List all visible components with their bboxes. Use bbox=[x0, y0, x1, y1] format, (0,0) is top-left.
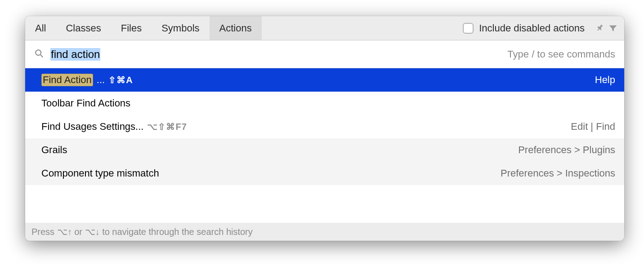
results-list: Find Action... ⇧⌘A Help Toolbar Find Act… bbox=[25, 68, 624, 223]
tab-symbols[interactable]: Symbols bbox=[152, 16, 209, 40]
tabs-bar: All Classes Files Symbols Actions Includ… bbox=[25, 16, 624, 40]
pin-icon[interactable] bbox=[592, 16, 608, 40]
tab-files[interactable]: Files bbox=[111, 16, 152, 40]
include-disabled-checkbox[interactable]: Include disabled actions bbox=[456, 16, 592, 40]
result-shortcut: ⇧⌘A bbox=[108, 75, 133, 85]
result-row[interactable]: Find Action... ⇧⌘A Help bbox=[25, 68, 624, 92]
result-location: Help bbox=[595, 74, 615, 86]
result-row[interactable]: Component type mismatch Preferences > In… bbox=[25, 162, 624, 185]
tab-actions[interactable]: Actions bbox=[210, 16, 262, 40]
result-row[interactable]: Find Usages Settings... ⌥⇧⌘F7 Edit | Fin… bbox=[25, 115, 624, 138]
result-location: Preferences > Plugins bbox=[518, 144, 615, 156]
result-match: Find Action bbox=[41, 74, 93, 86]
checkbox-icon bbox=[463, 23, 474, 34]
result-label: Grails bbox=[41, 144, 67, 156]
result-label: Component type mismatch bbox=[41, 168, 159, 179]
svg-point-0 bbox=[36, 50, 41, 55]
result-row[interactable]: Toolbar Find Actions bbox=[25, 92, 624, 115]
search-everywhere-popup: All Classes Files Symbols Actions Includ… bbox=[25, 16, 624, 241]
search-hint: Type / to see commands bbox=[507, 49, 615, 60]
result-label: Toolbar Find Actions bbox=[41, 97, 130, 109]
svg-line-1 bbox=[40, 55, 43, 57]
search-icon bbox=[34, 49, 44, 60]
result-location: Edit | Find bbox=[571, 121, 615, 132]
tab-all[interactable]: All bbox=[25, 16, 56, 40]
result-location: Preferences > Inspections bbox=[501, 168, 615, 179]
filter-icon[interactable] bbox=[608, 16, 624, 40]
footer-hint: Press ⌥↑ or ⌥↓ to navigate through the s… bbox=[25, 223, 624, 241]
result-row[interactable]: Grails Preferences > Plugins bbox=[25, 138, 624, 162]
include-disabled-label: Include disabled actions bbox=[479, 22, 585, 34]
result-label: Find Usages Settings... bbox=[41, 121, 143, 132]
result-suffix: ... bbox=[97, 74, 105, 86]
tab-classes[interactable]: Classes bbox=[56, 16, 111, 40]
result-shortcut: ⌥⇧⌘F7 bbox=[147, 121, 187, 132]
search-row: find action Type / to see commands bbox=[25, 40, 624, 68]
search-input[interactable]: find action bbox=[50, 48, 100, 61]
